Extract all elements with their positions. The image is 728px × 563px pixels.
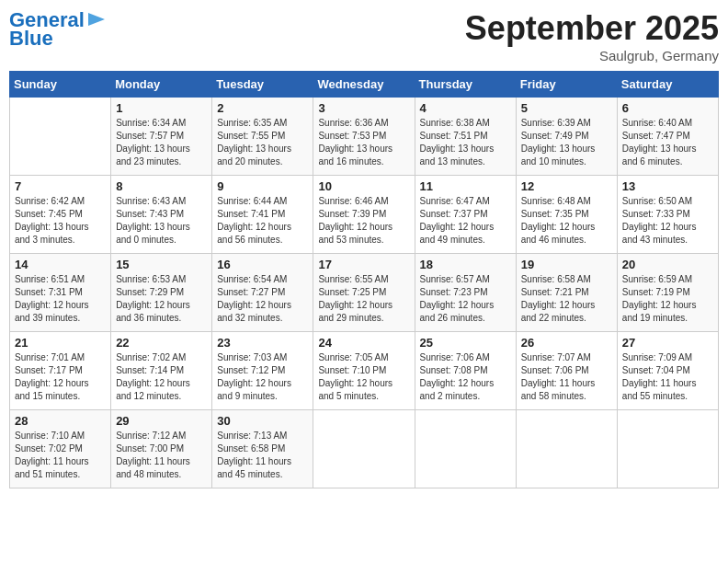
day-number: 12 (521, 179, 612, 193)
col-header-saturday: Saturday (617, 72, 718, 98)
day-number: 19 (521, 258, 612, 271)
calendar-cell: 8Sunrise: 6:43 AM Sunset: 7:43 PM Daylig… (111, 176, 212, 254)
day-number: 20 (622, 258, 713, 271)
day-info: Sunrise: 6:46 AM Sunset: 7:39 PM Dayligh… (318, 195, 409, 247)
calendar-cell: 22Sunrise: 7:02 AM Sunset: 7:14 PM Dayli… (111, 332, 212, 410)
svg-marker-0 (88, 13, 105, 26)
calendar-cell (617, 410, 718, 488)
day-info: Sunrise: 6:39 AM Sunset: 7:49 PM Dayligh… (521, 117, 612, 168)
day-number: 27 (622, 336, 713, 350)
day-info: Sunrise: 6:54 AM Sunset: 7:27 PM Dayligh… (217, 273, 308, 325)
col-header-wednesday: Wednesday (313, 72, 415, 98)
day-info: Sunrise: 6:59 AM Sunset: 7:19 PM Dayligh… (622, 273, 713, 325)
day-number: 9 (217, 179, 308, 193)
page-header: General Blue September 2025 Saulgrub, Ge… (9, 9, 719, 63)
day-info: Sunrise: 6:47 AM Sunset: 7:37 PM Dayligh… (420, 195, 511, 247)
calendar-cell: 21Sunrise: 7:01 AM Sunset: 7:17 PM Dayli… (10, 332, 111, 410)
calendar-cell: 20Sunrise: 6:59 AM Sunset: 7:19 PM Dayli… (617, 254, 718, 332)
col-header-sunday: Sunday (10, 72, 111, 98)
day-number: 7 (15, 179, 106, 193)
calendar-cell: 28Sunrise: 7:10 AM Sunset: 7:02 PM Dayli… (10, 410, 111, 488)
calendar-cell: 23Sunrise: 7:03 AM Sunset: 7:12 PM Dayli… (212, 332, 313, 410)
day-info: Sunrise: 6:35 AM Sunset: 7:55 PM Dayligh… (217, 117, 308, 168)
day-info: Sunrise: 6:57 AM Sunset: 7:23 PM Dayligh… (420, 273, 511, 325)
calendar-cell: 13Sunrise: 6:50 AM Sunset: 7:33 PM Dayli… (617, 176, 718, 254)
day-info: Sunrise: 6:34 AM Sunset: 7:57 PM Dayligh… (116, 117, 207, 168)
day-info: Sunrise: 6:51 AM Sunset: 7:31 PM Dayligh… (15, 273, 106, 325)
calendar-cell: 27Sunrise: 7:09 AM Sunset: 7:04 PM Dayli… (617, 332, 718, 410)
day-info: Sunrise: 6:44 AM Sunset: 7:41 PM Dayligh… (217, 195, 308, 247)
calendar-cell: 6Sunrise: 6:40 AM Sunset: 7:47 PM Daylig… (617, 98, 718, 176)
calendar-cell: 25Sunrise: 7:06 AM Sunset: 7:08 PM Dayli… (415, 332, 516, 410)
calendar-cell: 7Sunrise: 6:42 AM Sunset: 7:45 PM Daylig… (10, 176, 111, 254)
calendar-cell (313, 410, 415, 488)
col-header-thursday: Thursday (415, 72, 516, 98)
day-number: 4 (420, 101, 511, 115)
calendar-cell: 3Sunrise: 6:36 AM Sunset: 7:53 PM Daylig… (313, 98, 415, 176)
logo-text2: Blue (9, 28, 53, 50)
calendar-cell: 15Sunrise: 6:53 AM Sunset: 7:29 PM Dayli… (111, 254, 212, 332)
day-number: 11 (420, 179, 511, 193)
col-header-friday: Friday (516, 72, 617, 98)
day-info: Sunrise: 7:01 AM Sunset: 7:17 PM Dayligh… (15, 351, 106, 403)
day-info: Sunrise: 7:12 AM Sunset: 7:00 PM Dayligh… (116, 430, 207, 481)
calendar-table: SundayMondayTuesdayWednesdayThursdayFrid… (9, 71, 719, 488)
day-info: Sunrise: 7:07 AM Sunset: 7:06 PM Dayligh… (521, 351, 612, 403)
day-number: 5 (521, 101, 612, 115)
day-info: Sunrise: 7:09 AM Sunset: 7:04 PM Dayligh… (622, 351, 713, 403)
calendar-cell: 5Sunrise: 6:39 AM Sunset: 7:49 PM Daylig… (516, 98, 617, 176)
day-info: Sunrise: 6:58 AM Sunset: 7:21 PM Dayligh… (521, 273, 612, 325)
day-number: 8 (116, 179, 207, 193)
day-number: 15 (116, 258, 207, 271)
day-info: Sunrise: 7:06 AM Sunset: 7:08 PM Dayligh… (420, 351, 511, 403)
day-number: 3 (318, 101, 409, 115)
col-header-monday: Monday (111, 72, 212, 98)
day-number: 1 (116, 101, 207, 115)
day-number: 14 (15, 258, 106, 271)
location-subtitle: Saulgrub, Germany (465, 48, 719, 63)
logo-arrow-icon (86, 9, 107, 29)
day-number: 10 (318, 179, 409, 193)
day-number: 25 (420, 336, 511, 350)
calendar-cell: 30Sunrise: 7:13 AM Sunset: 6:58 PM Dayli… (212, 410, 313, 488)
day-info: Sunrise: 6:40 AM Sunset: 7:47 PM Dayligh… (622, 117, 713, 168)
day-number: 2 (217, 101, 308, 115)
day-number: 26 (521, 336, 612, 350)
day-info: Sunrise: 6:55 AM Sunset: 7:25 PM Dayligh… (318, 273, 409, 325)
day-number: 13 (622, 179, 713, 193)
day-number: 30 (217, 414, 308, 428)
day-info: Sunrise: 6:36 AM Sunset: 7:53 PM Dayligh… (318, 117, 409, 168)
calendar-cell: 4Sunrise: 6:38 AM Sunset: 7:51 PM Daylig… (415, 98, 516, 176)
day-number: 24 (318, 336, 409, 350)
calendar-cell: 24Sunrise: 7:05 AM Sunset: 7:10 PM Dayli… (313, 332, 415, 410)
calendar-cell: 2Sunrise: 6:35 AM Sunset: 7:55 PM Daylig… (212, 98, 313, 176)
day-number: 18 (420, 258, 511, 271)
calendar-cell: 11Sunrise: 6:47 AM Sunset: 7:37 PM Dayli… (415, 176, 516, 254)
calendar-cell: 18Sunrise: 6:57 AM Sunset: 7:23 PM Dayli… (415, 254, 516, 332)
day-number: 22 (116, 336, 207, 350)
day-info: Sunrise: 6:42 AM Sunset: 7:45 PM Dayligh… (15, 195, 106, 247)
logo: General Blue (9, 9, 107, 50)
calendar-cell: 1Sunrise: 6:34 AM Sunset: 7:57 PM Daylig… (111, 98, 212, 176)
day-info: Sunrise: 7:10 AM Sunset: 7:02 PM Dayligh… (15, 430, 106, 481)
calendar-cell: 29Sunrise: 7:12 AM Sunset: 7:00 PM Dayli… (111, 410, 212, 488)
day-number: 6 (622, 101, 713, 115)
calendar-cell (10, 98, 111, 176)
calendar-cell: 9Sunrise: 6:44 AM Sunset: 7:41 PM Daylig… (212, 176, 313, 254)
day-number: 23 (217, 336, 308, 350)
day-info: Sunrise: 6:50 AM Sunset: 7:33 PM Dayligh… (622, 195, 713, 247)
day-number: 16 (217, 258, 308, 271)
day-info: Sunrise: 6:43 AM Sunset: 7:43 PM Dayligh… (116, 195, 207, 247)
calendar-cell: 12Sunrise: 6:48 AM Sunset: 7:35 PM Dayli… (516, 176, 617, 254)
calendar-cell (516, 410, 617, 488)
day-info: Sunrise: 7:03 AM Sunset: 7:12 PM Dayligh… (217, 351, 308, 403)
calendar-cell: 10Sunrise: 6:46 AM Sunset: 7:39 PM Dayli… (313, 176, 415, 254)
calendar-cell: 17Sunrise: 6:55 AM Sunset: 7:25 PM Dayli… (313, 254, 415, 332)
calendar-cell: 16Sunrise: 6:54 AM Sunset: 7:27 PM Dayli… (212, 254, 313, 332)
day-number: 17 (318, 258, 409, 271)
col-header-tuesday: Tuesday (212, 72, 313, 98)
day-number: 28 (15, 414, 106, 428)
day-info: Sunrise: 6:48 AM Sunset: 7:35 PM Dayligh… (521, 195, 612, 247)
day-info: Sunrise: 6:53 AM Sunset: 7:29 PM Dayligh… (116, 273, 207, 325)
day-info: Sunrise: 7:13 AM Sunset: 6:58 PM Dayligh… (217, 430, 308, 481)
